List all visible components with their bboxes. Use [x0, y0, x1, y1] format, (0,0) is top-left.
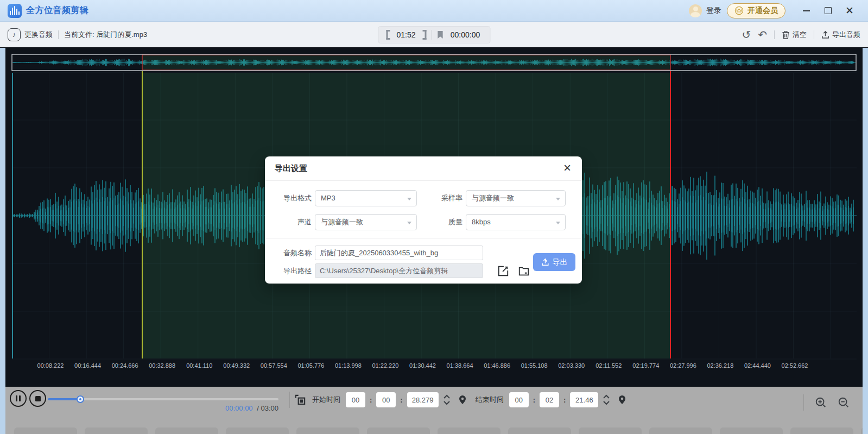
preset-card[interactable] [649, 427, 712, 434]
end-seconds-field[interactable]: 21.46 [570, 392, 598, 407]
open-folder-icon[interactable] [518, 265, 530, 277]
end-pin-icon[interactable] [618, 395, 626, 405]
close-button[interactable]: ✕ [839, 3, 860, 18]
maximize-icon [825, 7, 832, 14]
colon: : [533, 396, 535, 404]
chevron-down-icon [407, 222, 411, 224]
preset-card-row [14, 427, 868, 434]
current-time: 00:00:00 [225, 404, 253, 412]
music-note-icon[interactable]: ♪ [8, 28, 21, 41]
preset-card[interactable] [508, 427, 571, 434]
preset-card[interactable] [790, 427, 853, 434]
pause-button[interactable] [10, 390, 27, 407]
login-button[interactable]: 登录 [706, 6, 721, 16]
quality-select[interactable]: 8kbps [466, 214, 566, 230]
title-bar: 全方位音频剪辑 登录 开通会员 ✕ [0, 0, 868, 22]
export-path-label: 导出路径 [265, 263, 312, 278]
minimize-button[interactable] [795, 3, 817, 18]
export-settings-dialog: 导出设置 × 导出格式 MP3 采样率 与源音频一致 声道 与源音频一致 质量 … [265, 156, 582, 284]
divider [774, 30, 775, 39]
start-stepper[interactable] [443, 393, 451, 406]
current-file-label: 当前文件: 后陡门的夏.mp3 [64, 30, 147, 40]
audio-name-input[interactable]: 后陡门的夏_2025060330455_with_bg [315, 246, 483, 260]
end-minutes-field[interactable]: 02 [540, 392, 559, 407]
divider [431, 30, 432, 40]
preset-card[interactable] [861, 427, 868, 434]
progress-handle[interactable] [77, 395, 84, 403]
dialog-close-icon[interactable]: × [560, 159, 574, 177]
preset-card[interactable] [296, 427, 359, 434]
preset-card[interactable] [367, 427, 430, 434]
start-pin-icon[interactable] [458, 395, 467, 405]
app-logo-icon [8, 4, 22, 18]
minimize-icon [803, 10, 810, 11]
format-label: 导出格式 [265, 190, 312, 206]
selection-duration: 01:52 [395, 30, 417, 39]
preset-card[interactable] [85, 427, 148, 434]
redo-icon[interactable]: ↶ [758, 29, 767, 40]
end-stepper[interactable] [603, 393, 610, 406]
zoom-controls [803, 394, 850, 411]
channel-select[interactable]: 与源音频一致 [315, 214, 417, 230]
sample-rate-label: 采样率 [421, 190, 462, 206]
end-time-label: 结束时间 [476, 395, 504, 405]
vip-label: 开通会员 [747, 6, 778, 16]
edit-path-icon[interactable] [497, 265, 509, 277]
export-audio-button[interactable]: 导出音频 [821, 30, 860, 40]
export-path-input[interactable]: C:\Users\25327\Desktop\全方位音频剪辑 [315, 263, 483, 278]
export-format-select[interactable]: MP3 [315, 190, 417, 206]
channel-label: 声道 [265, 214, 312, 230]
bracket-right-icon [422, 30, 426, 40]
start-minutes-field[interactable]: 00 [376, 392, 396, 407]
bookmark-icon[interactable] [436, 30, 443, 39]
upload-icon [541, 258, 549, 266]
divider [289, 392, 290, 408]
progress-slider[interactable] [48, 398, 278, 400]
trash-icon [782, 30, 790, 39]
bracket-left-icon [386, 30, 390, 40]
dialog-title: 导出设置 [275, 163, 307, 174]
progress-fill [48, 398, 80, 400]
select-range-icon[interactable] [294, 394, 307, 406]
upload-icon [821, 30, 829, 39]
zoom-in-icon[interactable] [815, 397, 827, 408]
start-time-label: 开始时间 [312, 395, 340, 405]
zoom-out-icon[interactable] [838, 397, 850, 408]
total-time: / 03:00 [257, 404, 278, 412]
time-axis-label: 02:52.662 [773, 362, 816, 369]
colon: : [370, 396, 372, 404]
divider [814, 30, 814, 39]
divider [803, 394, 804, 411]
time-readout: 00:00:00 / 03:00 [178, 404, 278, 412]
trim-controls: 开始时间 00 : 00 : 28.279 结束时间 00 : 02 : 21.… [289, 392, 626, 408]
divider [58, 30, 59, 39]
time-axis: 00:08.22200:16.44400:24.66600:32.88800:4… [5, 360, 863, 373]
close-icon: ✕ [845, 5, 854, 16]
preset-card[interactable] [438, 427, 500, 434]
clear-button[interactable]: 清空 [782, 30, 807, 40]
preset-card[interactable] [226, 427, 289, 434]
preset-card[interactable] [720, 427, 783, 434]
vip-button[interactable]: 开通会员 [727, 3, 785, 18]
end-hours-field[interactable]: 00 [509, 392, 529, 407]
audio-name-label: 音频名称 [265, 246, 312, 260]
toolbar: ♪ 更换音频 当前文件: 后陡门的夏.mp3 01:52 00:00:00 ↺ … [0, 22, 868, 48]
preset-card[interactable] [579, 427, 642, 434]
user-avatar[interactable] [689, 4, 702, 17]
divider [265, 180, 582, 181]
chevron-down-icon [556, 198, 560, 200]
change-audio-button[interactable]: 更换音频 [24, 30, 53, 40]
sample-rate-select[interactable]: 与源音频一致 [466, 190, 566, 206]
preset-card[interactable] [155, 427, 218, 434]
divider [265, 238, 582, 238]
start-hours-field[interactable]: 00 [346, 392, 365, 407]
maximize-button[interactable] [817, 3, 839, 18]
transport-bar: 00:00:00 / 03:00 开始时间 00 : 00 : 28.279 [0, 387, 868, 434]
start-seconds-field[interactable]: 28.279 [407, 392, 439, 407]
export-button[interactable]: 导出 [533, 253, 575, 271]
undo-icon[interactable]: ↺ [742, 29, 751, 40]
stop-button[interactable] [29, 390, 46, 407]
quality-label: 质量 [421, 214, 462, 230]
stop-icon [35, 396, 41, 401]
preset-card[interactable] [14, 427, 77, 434]
